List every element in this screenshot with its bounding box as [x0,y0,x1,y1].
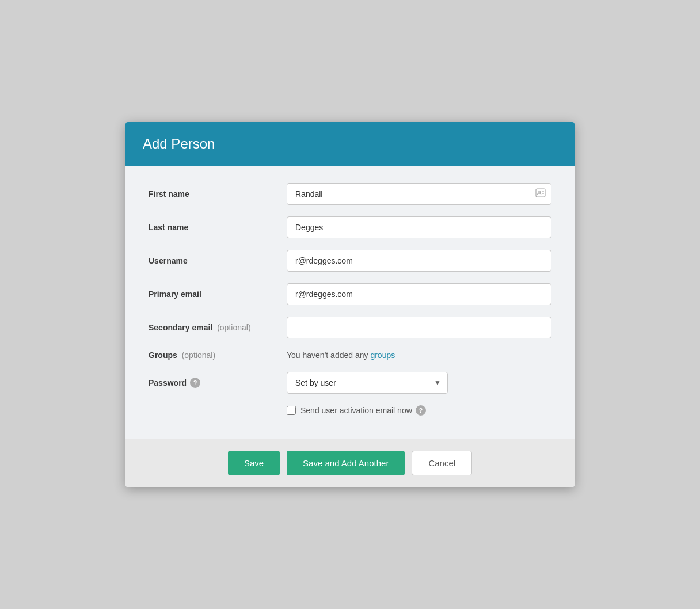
dialog-title: Add Person [143,136,557,152]
password-label-wrapper: Password ? [149,378,287,388]
groups-field-wrapper: You haven't added any groups [287,350,551,360]
username-field-wrapper [287,250,551,272]
contact-card-icon [535,188,546,200]
groups-link[interactable]: groups [370,351,395,360]
secondary-email-field-wrapper [287,317,551,338]
dialog-body: First name Last name [125,166,575,439]
first-name-field-wrapper [287,183,551,205]
first-name-input[interactable] [287,183,551,205]
last-name-row: Last name [149,216,551,238]
groups-label: Groups (optional) [149,351,287,360]
password-select-wrapper: Set by user Set by admin No password ▼ [287,372,448,394]
svg-point-1 [538,191,541,193]
dialog-footer: Save Save and Add Another Cancel [125,439,575,487]
first-name-row: First name [149,183,551,205]
activation-email-row: Send user activation email now ? [287,405,551,416]
last-name-input[interactable] [287,216,551,238]
primary-email-row: Primary email [149,283,551,305]
secondary-email-label: Secondary email (optional) [149,323,287,332]
activation-email-checkbox[interactable] [287,406,296,415]
password-select[interactable]: Set by user Set by admin No password [287,372,448,394]
svg-rect-0 [536,189,545,197]
first-name-label: First name [149,189,287,199]
username-row: Username [149,250,551,272]
password-help-icon[interactable]: ? [190,378,200,388]
save-button[interactable]: Save [228,451,280,475]
username-input[interactable] [287,250,551,272]
primary-email-field-wrapper [287,283,551,305]
add-person-dialog: Add Person First name L [125,122,575,487]
activation-email-help-icon[interactable]: ? [416,405,426,416]
last-name-field-wrapper [287,216,551,238]
primary-email-label: Primary email [149,290,287,299]
dialog-header: Add Person [125,122,575,166]
save-and-add-button[interactable]: Save and Add Another [287,451,405,475]
groups-no-groups-text: You haven't added any groups [287,351,395,360]
secondary-email-input[interactable] [287,317,551,338]
groups-row: Groups (optional) You haven't added any … [149,350,551,360]
password-row: Password ? Set by user Set by admin No p… [149,372,551,394]
primary-email-input[interactable] [287,283,551,305]
cancel-button[interactable]: Cancel [412,451,472,475]
activation-email-label: Send user activation email now ? [300,405,426,416]
last-name-label: Last name [149,223,287,232]
username-label: Username [149,256,287,265]
secondary-email-row: Secondary email (optional) [149,317,551,338]
